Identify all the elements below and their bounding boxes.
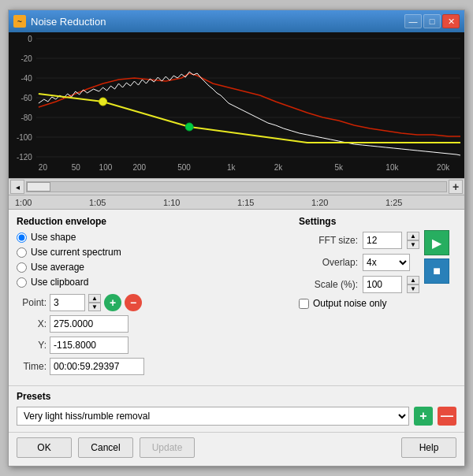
scrollbar-row: ◂ + xyxy=(9,178,464,195)
x-label: X: xyxy=(17,318,47,329)
overlap-select[interactable]: 2x 4x 8x xyxy=(363,254,410,271)
fft-spinner: ▲ ▼ xyxy=(407,232,419,249)
minimize-button[interactable]: — xyxy=(404,14,422,28)
time-label: Time: xyxy=(17,361,47,372)
add-point-button[interactable]: + xyxy=(104,294,121,311)
fft-row: FFT size: ▲ ▼ xyxy=(299,232,419,249)
zoom-in-button[interactable]: + xyxy=(449,180,463,194)
title-bar: ~ Noise Reduction — □ ✕ xyxy=(9,10,464,32)
title-buttons: — □ ✕ xyxy=(404,14,460,28)
settings-panel: Settings FFT size: ▲ ▼ Overlap: 2x xyxy=(299,216,419,309)
radio-use-shape-label: Use shape xyxy=(31,232,76,243)
point-row: Point: ▲ ▼ + − xyxy=(17,294,291,311)
time-label-5: 1:20 xyxy=(311,198,328,207)
time-label-1: 1:00 xyxy=(15,198,32,207)
scale-spinner: ▲ ▼ xyxy=(407,276,419,293)
radio-use-clipboard-input[interactable] xyxy=(17,277,27,288)
time-label-4: 1:15 xyxy=(237,198,254,207)
point-down-button[interactable]: ▼ xyxy=(88,303,101,311)
remove-preset-button[interactable]: — xyxy=(438,407,456,426)
close-button[interactable]: ✕ xyxy=(442,14,460,28)
presets-title: Presets xyxy=(17,391,456,402)
main-content: Reduction envelope Use shape Use current… xyxy=(9,210,464,385)
fft-input[interactable] xyxy=(363,232,402,249)
noise-reduction-window: ~ Noise Reduction — □ ✕ 0 -20 -40 xyxy=(8,9,465,467)
radio-use-average[interactable]: Use average xyxy=(17,262,291,273)
radio-group: Use shape Use current spectrum Use avera… xyxy=(17,232,291,288)
radio-use-average-label: Use average xyxy=(31,262,84,273)
svg-point-25 xyxy=(185,123,193,131)
svg-text:2k: 2k xyxy=(274,163,283,172)
radio-use-shape[interactable]: Use shape xyxy=(17,232,291,243)
point-controls: Point: ▲ ▼ + − X: Y: xyxy=(17,294,291,375)
point-inline: ▲ ▼ + − xyxy=(50,294,142,311)
spectrum-chart[interactable]: 0 -20 -40 -60 -80 -100 -120 20 50 100 20… xyxy=(9,32,464,178)
svg-text:20: 20 xyxy=(39,163,48,172)
svg-point-26 xyxy=(99,98,107,106)
svg-text:10k: 10k xyxy=(385,163,398,172)
scroll-track[interactable] xyxy=(26,181,447,192)
point-label: Point: xyxy=(17,297,47,308)
svg-text:500: 500 xyxy=(177,163,191,172)
scale-down-button[interactable]: ▼ xyxy=(407,284,419,293)
svg-text:-60: -60 xyxy=(20,94,32,102)
fft-down-button[interactable]: ▼ xyxy=(407,240,419,249)
svg-text:-100: -100 xyxy=(17,133,32,142)
svg-text:100: 100 xyxy=(99,163,113,172)
scroll-left-button[interactable]: ◂ xyxy=(10,180,24,194)
add-preset-button[interactable]: + xyxy=(414,407,433,426)
svg-text:1k: 1k xyxy=(227,163,236,172)
output-noise-checkbox[interactable] xyxy=(299,299,309,309)
maximize-button[interactable]: □ xyxy=(423,14,441,28)
svg-text:-80: -80 xyxy=(20,113,32,122)
scale-input[interactable] xyxy=(363,276,402,293)
output-noise-row: Output noise only xyxy=(299,298,419,309)
radio-use-shape-input[interactable] xyxy=(17,232,27,243)
y-row: Y: xyxy=(17,337,291,354)
overlap-row: Overlap: 2x 4x 8x xyxy=(299,254,419,271)
settings-title: Settings xyxy=(299,216,419,227)
time-row: Time: xyxy=(17,358,291,375)
radio-use-current-spectrum[interactable]: Use current spectrum xyxy=(17,247,291,258)
title-bar-left: ~ Noise Reduction xyxy=(13,15,106,28)
svg-text:0: 0 xyxy=(28,35,32,43)
bottom-left-buttons: OK Cancel Update xyxy=(17,437,195,458)
presets-select[interactable]: Very light hiss/rumble removal Light his… xyxy=(17,407,409,426)
fft-up-button[interactable]: ▲ xyxy=(407,232,419,240)
time-ruler: 1:00 1:05 1:10 1:15 1:20 1:25 xyxy=(9,195,464,210)
scale-up-button[interactable]: ▲ xyxy=(407,276,419,284)
time-input[interactable] xyxy=(50,358,144,375)
point-up-button[interactable]: ▲ xyxy=(88,294,101,303)
help-button[interactable]: Help xyxy=(401,437,456,458)
radio-use-average-input[interactable] xyxy=(17,262,27,273)
point-spinner: ▲ ▼ xyxy=(88,294,101,311)
update-button[interactable]: Update xyxy=(140,437,195,458)
time-label-6: 1:25 xyxy=(385,198,402,207)
svg-text:50: 50 xyxy=(72,163,81,172)
scroll-thumb[interactable] xyxy=(27,182,50,192)
y-input[interactable] xyxy=(50,337,128,354)
left-panel: Reduction envelope Use shape Use current… xyxy=(17,216,291,379)
scale-row: Scale (%): ▲ ▼ xyxy=(299,276,419,293)
overlap-label: Overlap: xyxy=(299,257,358,268)
scale-label: Scale (%): xyxy=(299,279,358,290)
x-input[interactable] xyxy=(50,315,128,333)
radio-use-current-spectrum-input[interactable] xyxy=(17,247,27,258)
point-input[interactable] xyxy=(50,294,85,311)
time-label-3: 1:10 xyxy=(163,198,180,207)
cancel-button[interactable]: Cancel xyxy=(78,437,133,458)
fft-label: FFT size: xyxy=(299,235,358,246)
output-noise-label: Output noise only xyxy=(313,298,386,309)
radio-use-clipboard[interactable]: Use clipboard xyxy=(17,277,291,288)
presets-row: Very light hiss/rumble removal Light his… xyxy=(17,407,456,426)
settings-and-actions: Settings FFT size: ▲ ▼ Overlap: 2x xyxy=(299,216,456,309)
stop-button[interactable]: ■ xyxy=(424,258,449,284)
play-button[interactable]: ▶ xyxy=(424,230,449,255)
radio-use-current-spectrum-label: Use current spectrum xyxy=(31,247,121,258)
action-buttons: ▶ ■ xyxy=(424,230,449,284)
ok-button[interactable]: OK xyxy=(17,437,72,458)
remove-point-button[interactable]: − xyxy=(125,294,142,311)
svg-text:-20: -20 xyxy=(20,54,32,63)
bottom-right-buttons: Help xyxy=(401,437,456,458)
window-title: Noise Reduction xyxy=(31,16,106,28)
